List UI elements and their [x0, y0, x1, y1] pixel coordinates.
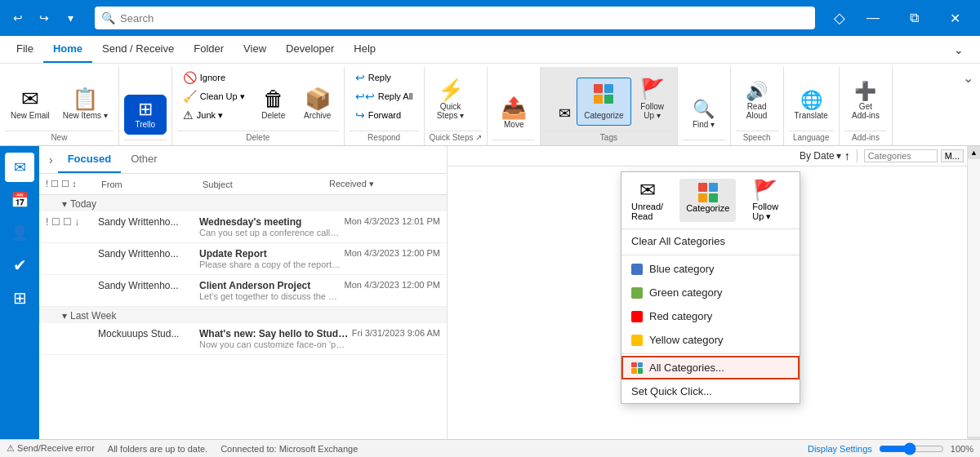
all-categories-item[interactable]: All Categories... [621, 356, 800, 379]
tab-folder[interactable]: Folder [184, 36, 234, 63]
scroll-up-button[interactable]: ▲ [968, 146, 980, 159]
mail-item-1[interactable]: Sandy Writtenho... Update Report Please … [39, 243, 447, 275]
sidebar-icon-contacts[interactable]: 👤 [5, 218, 34, 247]
group-lastweek-expand-icon[interactable]: ▾ [62, 310, 67, 322]
tab-other[interactable]: Other [121, 146, 167, 173]
mail-list-controls: ! ☐ ☐ ↕ From Subject Received ▾ [39, 174, 447, 195]
translate-icon: 🌐 [800, 91, 822, 109]
ribbon-group-speech: 🔊 ReadAloud Speech [731, 67, 784, 145]
mail-item-0[interactable]: ! ☐ ☐ ↓ Sandy Writtenho... Wednesday's m… [39, 211, 447, 243]
clear-all-categories-item[interactable]: Clear All Categories [621, 229, 800, 253]
yellow-category-item[interactable]: Yellow category [621, 328, 800, 352]
ribbon-group-quicksteps-label: Quick Steps ↗ [430, 131, 483, 145]
forward-button[interactable]: ↪ Forward [350, 106, 419, 124]
tab-send-receive[interactable]: Send / Receive [92, 36, 184, 63]
cleanup-button[interactable]: 🧹 Clean Up ▾ [177, 87, 251, 105]
ribbon-group-trello-label [124, 140, 167, 145]
redo-button[interactable]: ↪ [33, 7, 56, 29]
zoom-slider[interactable] [879, 442, 944, 455]
new-items-icon: 📋 [72, 88, 98, 109]
mail-item-3-preview: Now you can customize face-on 'people mo… [199, 339, 349, 349]
minimize-button[interactable]: — [854, 0, 892, 36]
col-received[interactable]: Received ▾ [326, 177, 440, 191]
tab-view[interactable]: View [234, 36, 276, 63]
search-input[interactable] [120, 12, 808, 24]
tab-home[interactable]: Home [43, 36, 92, 63]
mail-group-today: ▾ Today [39, 195, 447, 211]
customize-qat-button[interactable]: ▾ [59, 7, 82, 29]
ribbon-group-trello: ⊞ Trello [119, 67, 172, 145]
tab-focused[interactable]: Focused [58, 146, 121, 173]
categorize-icon-dropdown[interactable]: Categorize [679, 179, 736, 222]
sidebar-icon-email[interactable]: ✉ [5, 153, 34, 182]
display-settings-link[interactable]: Display Settings [808, 444, 872, 454]
mail-item-3[interactable]: Mockuuups Stud... What's new: Say hello … [39, 323, 447, 355]
close-button[interactable]: ✕ [936, 0, 973, 36]
title-bar-right: ◇ — ⧉ ✕ [828, 0, 973, 36]
svg-rect-4 [698, 183, 707, 192]
tab-file[interactable]: File [7, 36, 43, 63]
trello-button[interactable]: ⊞ Trello [124, 95, 167, 135]
dropdown-header-icons: ✉ Unread/Read Categorize 🚩 FollowUp ▾ [621, 172, 800, 229]
ribbon-collapse-button[interactable]: ⌄ [944, 36, 973, 63]
scroll-track [968, 159, 980, 437]
follow-up-text: FollowUp ▾ [752, 202, 778, 222]
unread-read-button-dropdown[interactable]: ✉ Unread/Read [631, 179, 663, 222]
follow-up-button-dropdown[interactable]: 🚩 FollowUp ▾ [752, 179, 778, 222]
new-email-button[interactable]: ✉ New Email [5, 82, 56, 126]
green-category-item[interactable]: Green category [621, 281, 800, 304]
status-connection: Connected to: Microsoft Exchange [220, 444, 358, 454]
reading-pane-scrollbar: ▲ ▼ [967, 146, 980, 450]
get-addins-button[interactable]: ➕ GetAdd-ins [844, 77, 887, 126]
clear-all-label: Clear All Categories [631, 235, 725, 247]
diamond-icon-button[interactable]: ◇ [828, 7, 851, 29]
ribbon-group-language-label: Language [789, 131, 834, 145]
reply-label: Reply [368, 73, 391, 82]
mail-list-tabs: › Focused Other [39, 146, 447, 174]
ignore-button[interactable]: 🚫 Ignore [177, 69, 251, 87]
ribbon-expand-button[interactable]: ⌄ [956, 67, 980, 89]
archive-button[interactable]: 📦 Archive [296, 82, 339, 126]
junk-button[interactable]: ⚠ Junk ▾ [177, 106, 251, 124]
undo-button[interactable]: ↩ [7, 7, 29, 29]
ribbon-group-speech-label: Speech [736, 131, 778, 145]
m-dropdown[interactable]: M... [941, 149, 964, 162]
categorize-button[interactable]: Categorize [577, 78, 630, 126]
sidebar-icon-tasks[interactable]: ✔ [5, 251, 34, 280]
set-quick-click-item[interactable]: Set Quick Click... [621, 379, 800, 403]
categorize-text: Categorize [686, 203, 729, 213]
read-aloud-button[interactable]: 🔊 ReadAloud [736, 77, 778, 126]
mail-item-2[interactable]: Sandy Writtenho... Client Anderson Proje… [39, 275, 447, 307]
unread-read-button[interactable]: ✉ [546, 101, 575, 126]
follow-up-button[interactable]: 🚩 FollowUp ▾ [633, 72, 672, 126]
quick-steps-button[interactable]: ⚡ QuickSteps ▾ [430, 73, 472, 126]
find-button[interactable]: 🔍 Find ▾ [683, 95, 725, 135]
move-icon: 📤 [501, 97, 527, 118]
col-flags: ! ☐ ☐ ↕ [46, 179, 95, 189]
reply-button[interactable]: ↩ Reply [350, 69, 419, 87]
tab-developer[interactable]: Developer [276, 36, 344, 63]
reply-all-button[interactable]: ↩↩ Reply All [350, 87, 419, 105]
sort-direction-icon[interactable]: ↑ [844, 149, 850, 162]
ribbon-group-tags: ✉ Categorize [541, 67, 677, 145]
search-bar[interactable]: 🔍 [95, 7, 815, 29]
move-button[interactable]: 📤 Move [492, 91, 535, 135]
ribbon: ✉ New Email 📋 New Items ▾ New ⊞ Trello 🚫 [0, 64, 980, 146]
sidebar-icon-calendar[interactable]: 📅 [5, 185, 34, 215]
sort-chevron-icon: ▾ [836, 150, 841, 162]
red-category-item[interactable]: Red category [621, 304, 800, 328]
reply-icon: ↩ [355, 71, 365, 84]
translate-button[interactable]: 🌐 Translate [789, 86, 834, 126]
sort-by-date-button[interactable]: By Date ▾ [800, 150, 841, 162]
group-expand-icon[interactable]: ▾ [62, 198, 67, 210]
restore-button[interactable]: ⧉ [895, 0, 933, 36]
folder-expand-icon[interactable]: › [49, 153, 53, 166]
tab-help[interactable]: Help [344, 36, 385, 63]
follow-up-icon-large: 🚩 [753, 179, 777, 202]
sidebar-icon-apps[interactable]: ⊞ [5, 283, 34, 313]
blue-category-item[interactable]: Blue category [621, 257, 800, 281]
new-items-button[interactable]: 📋 New Items ▾ [57, 82, 114, 126]
svg-rect-7 [709, 193, 718, 202]
categories-filter-input[interactable] [864, 149, 938, 162]
delete-button[interactable]: 🗑 Delete [252, 82, 295, 126]
